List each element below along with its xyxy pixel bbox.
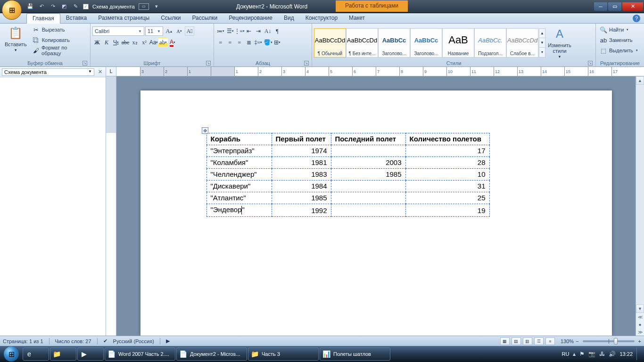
taskbar-window[interactable]: 📄Word 2007 Часть 2.... <box>105 347 175 361</box>
table-header[interactable]: Последний полет <box>331 133 405 145</box>
tray-flag-icon[interactable]: ⚑ <box>579 351 585 357</box>
dialog-launcher-icon[interactable]: ↘ <box>206 61 211 66</box>
table-cell[interactable] <box>331 181 405 192</box>
table-header[interactable]: Первый полет <box>272 133 331 145</box>
style-item[interactable]: AaBbCc.Подзагол... <box>474 28 506 58</box>
vertical-ruler[interactable] <box>106 76 116 336</box>
fullscreen-view[interactable]: ▤ <box>512 337 521 345</box>
tab-insert[interactable]: Вставка <box>60 13 93 23</box>
minimize-button[interactable]: ─ <box>594 2 607 11</box>
draft-view[interactable]: ≡ <box>545 337 555 345</box>
table-cell[interactable]: "Эндевор" <box>206 204 272 217</box>
find-button[interactable]: 🔍Найти▾ <box>598 25 630 35</box>
outline-view[interactable]: ☰ <box>534 337 544 345</box>
dialog-launcher-icon[interactable]: ↘ <box>304 61 309 66</box>
numbering-button[interactable]: ☰▾ <box>225 26 235 36</box>
tab-view[interactable]: Вид <box>278 13 300 23</box>
decrease-indent-button[interactable]: ⇤ <box>244 26 254 36</box>
font-size-combo[interactable]: 11▼ <box>145 26 163 36</box>
change-styles-button[interactable]: A Изменить стили ▼ <box>546 25 573 60</box>
tray-up-icon[interactable]: ▴ <box>573 351 576 357</box>
dialog-launcher-icon[interactable]: ↘ <box>83 61 87 66</box>
taskbar-pinned-wmp[interactable]: ▶ <box>77 347 104 361</box>
tab-review[interactable]: Рецензирование <box>223 13 278 23</box>
qat-item-icon[interactable]: ✎ <box>72 3 79 10</box>
table-cell[interactable] <box>331 204 405 217</box>
start-button[interactable]: ⊞ <box>1 346 22 362</box>
qat-more-icon[interactable]: ▾ <box>153 3 160 10</box>
shading-button[interactable]: 🪣▾ <box>263 38 272 47</box>
font-color-button[interactable]: A▾ <box>168 38 177 47</box>
table-row[interactable]: "Эндевор"199219 <box>206 204 489 217</box>
table-header[interactable]: Количество полетов <box>405 133 489 145</box>
close-button[interactable]: ✕ <box>622 2 643 11</box>
tab-table-layout[interactable]: Макет <box>343 13 371 23</box>
maximize-button[interactable]: ▭ <box>608 2 621 11</box>
tray-volume-icon[interactable]: 🔊 <box>609 351 616 357</box>
vertical-scrollbar[interactable]: ▲ ▼ ≪ ● ≫ <box>636 76 644 336</box>
shrink-font-button[interactable]: A▾ <box>174 26 184 36</box>
table-row[interactable]: "Челленджер"1983198510 <box>206 169 489 181</box>
align-left-button[interactable]: ≡ <box>216 38 225 47</box>
subscript-button[interactable]: x₂ <box>130 38 140 47</box>
horizontal-ruler[interactable]: 3211234567891011121314151617 <box>116 67 644 76</box>
navpane-mode-combo[interactable]: Схема документа▼ <box>2 68 94 76</box>
table-row[interactable]: "Коламбия"1981200328 <box>206 157 489 169</box>
taskbar-pinned-explorer[interactable]: 📁 <box>50 347 76 361</box>
tray-network-icon[interactable]: 🖧 <box>599 351 605 357</box>
qat-item-icon[interactable]: ◩ <box>60 3 68 10</box>
line-spacing-button[interactable]: ‡≡▾ <box>254 38 263 47</box>
undo-icon[interactable]: ↶ <box>38 3 45 10</box>
table-cell[interactable]: 17 <box>405 145 489 157</box>
next-page-button[interactable]: ≫ <box>636 328 644 336</box>
tab-home[interactable]: Главная <box>26 13 60 24</box>
table-cell[interactable]: 2003 <box>331 157 405 169</box>
strike-button[interactable]: abc <box>121 38 130 47</box>
save-icon[interactable]: 💾 <box>26 3 34 10</box>
taskbar-window[interactable]: 📁Часть 3 <box>248 347 319 361</box>
redo-icon[interactable]: ↷ <box>49 3 57 10</box>
style-item[interactable]: AaBbCcЗаголово... <box>378 28 410 58</box>
style-item[interactable]: AaBbCcDd¶ Без инте... <box>346 28 378 58</box>
style-item[interactable]: AaBНазвание <box>442 28 474 58</box>
table-cell[interactable]: 1985 <box>272 192 331 204</box>
select-button[interactable]: ⬚Выделить▾ <box>598 45 640 56</box>
table-cell[interactable] <box>331 192 405 204</box>
table-cell[interactable]: 1981 <box>272 157 331 169</box>
document-table[interactable]: КорабльПервый полетПоследний полетКоличе… <box>206 133 490 217</box>
paste-button[interactable]: 📋 Вставить ▼ <box>2 25 30 53</box>
scroll-down-button[interactable]: ▼ <box>636 304 644 313</box>
table-row[interactable]: "Энтерпрайз"197417 <box>206 145 489 157</box>
grow-font-button[interactable]: A▴ <box>164 26 173 36</box>
style-item[interactable]: AaBbCcDd¶ Обычный <box>314 28 346 58</box>
tray-clock[interactable]: 13:22 <box>619 351 633 357</box>
table-cell[interactable]: 1974 <box>272 145 331 157</box>
taskbar-pinned-ie[interactable]: e <box>23 347 49 361</box>
table-cell[interactable]: 31 <box>405 181 489 192</box>
table-cell[interactable]: "Энтерпрайз" <box>206 145 272 157</box>
table-row[interactable]: "Атлантис"198525 <box>206 192 489 204</box>
office-button[interactable]: ⊞ <box>2 0 25 23</box>
qat-item-icon[interactable]: ▭ <box>139 3 149 10</box>
styles-more-button[interactable]: ▾ <box>539 47 545 57</box>
styles-scroll-up[interactable]: ▲ <box>539 29 545 38</box>
change-case-button[interactable]: Aa▾ <box>149 38 158 47</box>
scroll-up-button[interactable]: ▲ <box>636 76 644 85</box>
increase-indent-button[interactable]: ⇥ <box>254 26 263 36</box>
help-icon[interactable]: ? <box>633 15 640 22</box>
tab-selector[interactable]: L <box>106 67 116 76</box>
zoom-level[interactable]: 130% <box>561 338 574 344</box>
prev-page-button[interactable]: ≪ <box>636 313 644 321</box>
tab-page-layout[interactable]: Разметка страницы <box>92 13 155 23</box>
macro-icon[interactable]: ▶ <box>166 338 170 344</box>
style-item[interactable]: AaBbCcЗаголово... <box>410 28 442 58</box>
table-cell[interactable]: 1984 <box>272 181 331 192</box>
font-name-combo[interactable]: Calibri▼ <box>92 26 144 36</box>
multilevel-button[interactable]: ⋮≡▾ <box>235 26 244 36</box>
table-cell[interactable] <box>331 145 405 157</box>
justify-button[interactable]: ≣ <box>244 38 254 47</box>
zoom-out-button[interactable]: − <box>576 338 578 344</box>
superscript-button[interactable]: x² <box>140 38 149 47</box>
table-cell[interactable]: 1983 <box>272 169 331 181</box>
word-count[interactable]: Число слов: 27 <box>55 338 91 344</box>
